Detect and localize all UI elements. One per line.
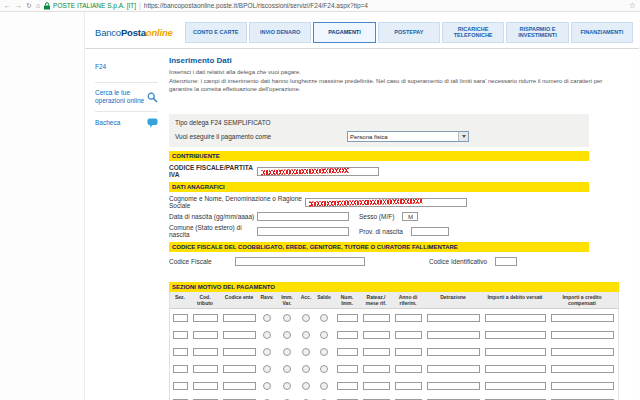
table-cell	[548, 382, 616, 390]
radio-button[interactable]	[283, 331, 291, 339]
radio-button[interactable]	[302, 348, 310, 356]
sidebar-item-cerca-operazioni[interactable]: Cerca le tue operazioni online	[95, 82, 158, 111]
home-icon[interactable]: ⌂	[36, 2, 40, 9]
table-cell-input[interactable]	[337, 382, 358, 390]
radio-button[interactable]	[263, 382, 271, 390]
refresh-icon[interactable]: ↻	[26, 2, 32, 9]
table-cell-input[interactable]	[173, 365, 188, 373]
table-cell-input[interactable]	[395, 314, 422, 322]
table-cell-input[interactable]	[395, 382, 422, 390]
table-cell-input[interactable]	[223, 314, 256, 322]
radio-button[interactable]	[263, 314, 271, 322]
codice-identificativo-input[interactable]	[495, 257, 517, 266]
table-cell-input[interactable]	[427, 314, 480, 322]
codice-fiscale-piva-input[interactable]	[257, 167, 379, 176]
radio-button[interactable]	[283, 382, 291, 390]
sidebar-item-bacheca[interactable]: Bacheca	[95, 111, 158, 134]
radio-button[interactable]	[302, 382, 310, 390]
tab-pagamenti[interactable]: PAGAMENTI	[313, 22, 375, 43]
table-cell-input[interactable]	[193, 365, 218, 373]
table-cell-input[interactable]	[363, 382, 390, 390]
table-cell-input[interactable]	[337, 348, 358, 356]
main-nav: CONTO E CARTE INVIO DENARO PAGAMENTI POS…	[185, 22, 633, 43]
table-cell-input[interactable]	[485, 382, 546, 390]
table-cell	[482, 365, 548, 373]
table-cell-input[interactable]	[551, 348, 614, 356]
table-cell-input[interactable]	[427, 331, 480, 339]
table-cell-input[interactable]	[485, 314, 546, 322]
radio-button[interactable]	[283, 314, 291, 322]
radio-button[interactable]	[302, 365, 310, 373]
table-cell-input[interactable]	[173, 348, 188, 356]
table-cell-input[interactable]	[427, 365, 480, 373]
radio-button[interactable]	[320, 331, 328, 339]
table-cell-input[interactable]	[193, 348, 218, 356]
radio-button[interactable]	[302, 314, 310, 322]
table-cell-input[interactable]	[223, 331, 256, 339]
table-cell-input[interactable]	[485, 365, 546, 373]
prov-input[interactable]	[411, 227, 449, 236]
tab-invio-denaro[interactable]: INVIO DENARO	[249, 22, 311, 43]
table-cell-input[interactable]	[337, 331, 358, 339]
table-cell-input[interactable]	[551, 331, 614, 339]
forward-icon[interactable]: →	[15, 2, 22, 9]
table-cell-input[interactable]	[427, 348, 480, 356]
radio-button[interactable]	[320, 382, 328, 390]
sidebar-cerca-label: Cerca le tue operazioni online	[95, 89, 145, 105]
back-icon[interactable]: ←	[4, 2, 11, 9]
radio-button[interactable]	[283, 348, 291, 356]
table-cell-input[interactable]	[363, 314, 390, 322]
radio-button[interactable]	[320, 365, 328, 373]
data-nascita-input[interactable]	[257, 212, 349, 221]
table-cell-input[interactable]	[395, 348, 422, 356]
sidebar-item-f24[interactable]: F24	[95, 63, 158, 70]
column-header: Anno di riferim.	[392, 292, 424, 308]
table-cell-input[interactable]	[193, 314, 218, 322]
radio-button[interactable]	[302, 331, 310, 339]
bookmark-star-icon[interactable]: ☆	[629, 1, 636, 10]
table-cell-input[interactable]	[485, 348, 546, 356]
table-cell-input[interactable]	[223, 365, 256, 373]
tab-postepay[interactable]: POSTEPAY	[378, 22, 440, 43]
table-cell-input[interactable]	[193, 382, 218, 390]
tab-ricariche-telefoniche[interactable]: RICARICHE TELEFONICHE	[442, 22, 504, 43]
table-cell	[392, 382, 424, 390]
persona-select[interactable]: Persona fisica	[347, 131, 469, 142]
table-cell-input[interactable]	[363, 348, 390, 356]
table-cell-input[interactable]	[363, 331, 390, 339]
table-cell-input[interactable]	[551, 314, 614, 322]
table-cell-input[interactable]	[223, 348, 256, 356]
tab-risparmio-e-investimenti[interactable]: RISPARMIO E INVESTIMENTI	[506, 22, 568, 43]
tab-finanziamenti[interactable]: FINANZIAMENTI	[571, 22, 633, 43]
table-cell-input[interactable]	[337, 365, 358, 373]
table-cell	[424, 314, 482, 322]
table-cell-input[interactable]	[223, 382, 256, 390]
address-bar[interactable]: POSTE ITALIANE S.p.A. [IT] | https://ban…	[44, 2, 625, 10]
radio-button[interactable]	[283, 365, 291, 373]
codice-identificativo-label: Codice Identificativo	[429, 258, 487, 265]
table-cell-input[interactable]	[193, 331, 218, 339]
radio-button[interactable]	[263, 348, 271, 356]
codice-fiscale-input[interactable]	[235, 257, 365, 266]
table-cell-input[interactable]	[173, 331, 188, 339]
radio-button[interactable]	[320, 314, 328, 322]
table-cell-input[interactable]	[395, 331, 422, 339]
table-cell-input[interactable]	[485, 331, 546, 339]
table-cell-input[interactable]	[551, 365, 614, 373]
table-cell-input[interactable]	[173, 314, 188, 322]
cognome-input[interactable]	[305, 198, 467, 207]
tab-conto-e-carte[interactable]: CONTO E CARTE	[185, 22, 247, 43]
radio-button[interactable]	[263, 331, 271, 339]
table-cell-input[interactable]	[363, 365, 390, 373]
table-cell-input[interactable]	[551, 382, 614, 390]
comune-input[interactable]	[257, 227, 349, 236]
radio-button[interactable]	[263, 365, 271, 373]
sesso-input[interactable]: M	[402, 212, 418, 221]
table-cell-input[interactable]	[173, 382, 188, 390]
table-cell	[334, 314, 360, 322]
table-cell	[170, 331, 190, 339]
table-cell-input[interactable]	[395, 365, 422, 373]
radio-button[interactable]	[320, 348, 328, 356]
table-cell-input[interactable]	[427, 382, 480, 390]
table-cell-input[interactable]	[337, 314, 358, 322]
